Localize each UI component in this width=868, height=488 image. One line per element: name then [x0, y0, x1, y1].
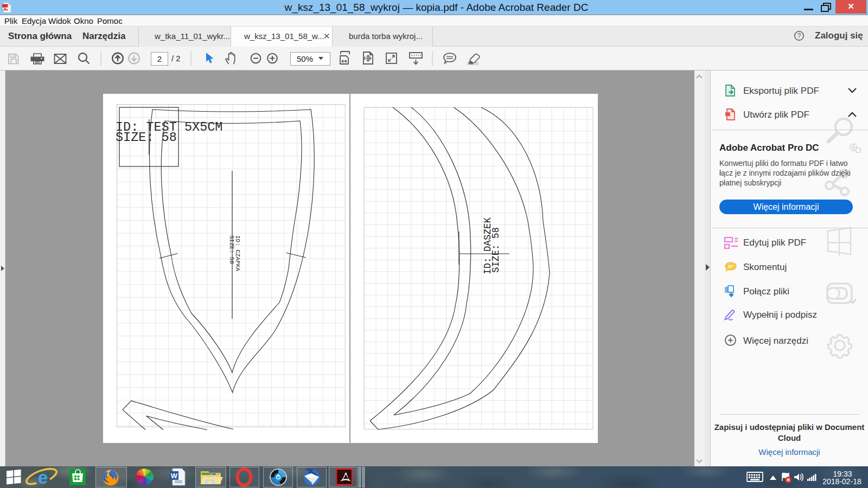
svg-text:SIZE: 58: SIZE: 58 — [490, 227, 501, 273]
svg-text:?: ? — [797, 32, 801, 40]
svg-text:W: W — [171, 472, 178, 480]
svg-text:SIZE: 58: SIZE: 58 — [116, 130, 177, 145]
svg-text:2018-02-18: 2018-02-18 — [822, 477, 861, 486]
svg-text:SIZE: 58: SIZE: 58 — [228, 235, 235, 264]
